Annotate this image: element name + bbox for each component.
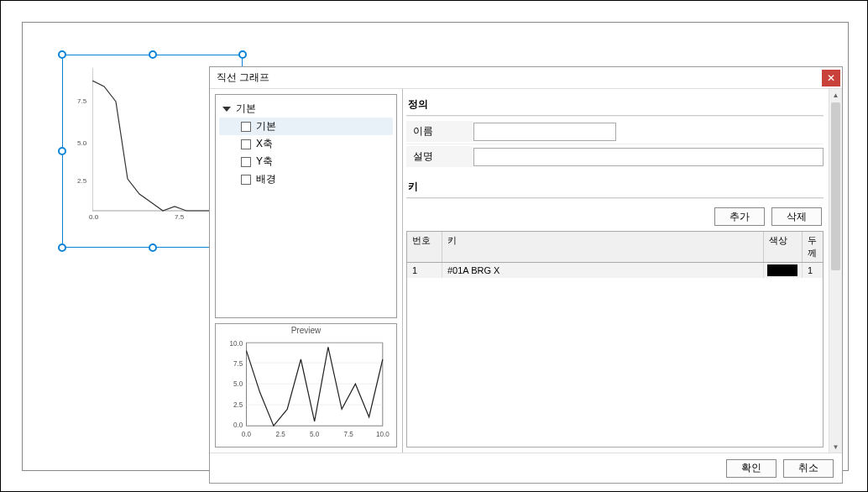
table-row[interactable]: 1 #01A BRG X 1 (407, 263, 823, 278)
tree-item-xaxis[interactable]: X축 (219, 135, 393, 153)
caret-down-icon (222, 107, 231, 112)
svg-text:0.0: 0.0 (242, 431, 252, 438)
section-keys-header: 키 (406, 176, 824, 197)
delete-button[interactable]: 삭제 (771, 207, 822, 226)
col-header-thickness[interactable]: 두께 (803, 232, 823, 262)
key-table-body (407, 278, 823, 447)
bg-xtick: 7.5 (175, 213, 184, 221)
ok-button[interactable]: 확인 (726, 459, 776, 478)
tree-root-label: 기본 (236, 102, 256, 116)
right-content: 정의 이름 설명 키 추가 삭제 (406, 94, 824, 448)
checkbox-icon[interactable] (241, 139, 251, 149)
scroll-down-icon[interactable]: ▼ (829, 441, 842, 453)
bg-chart-plot: 7.5 5.0 2.5 0.0 7.5 (92, 68, 210, 223)
svg-text:7.5: 7.5 (233, 360, 243, 368)
resize-handle-tr[interactable] (238, 50, 247, 59)
resize-handle-tm[interactable] (149, 50, 157, 59)
line-graph-dialog: 직선 그래프 ✕ 기본 기본 (209, 66, 843, 484)
name-input[interactable] (473, 123, 616, 141)
col-header-key[interactable]: 키 (442, 232, 764, 262)
divider (406, 197, 824, 199)
desc-row: 설명 (406, 146, 824, 167)
scrollbar[interactable]: ▲ ▼ (829, 89, 842, 453)
resize-handle-tl[interactable] (58, 50, 66, 59)
dialog-footer: 확인 취소 (210, 453, 842, 483)
resize-handle-bl[interactable] (58, 243, 66, 252)
key-actions: 추가 삭제 (406, 202, 824, 231)
key-table-header: 번호 키 색상 두께 (407, 232, 823, 263)
close-button[interactable]: ✕ (822, 70, 840, 86)
tree-box: 기본 기본 X축 Y축 (215, 94, 397, 318)
key-table: 번호 키 색상 두께 1 #01A BRG X 1 (406, 231, 824, 448)
dialog-title: 직선 그래프 (217, 71, 269, 85)
dialog-body: 기본 기본 X축 Y축 (210, 89, 842, 453)
tree-item-label: 배경 (256, 172, 276, 186)
preview-chart: 10.0 7.5 5.0 2.5 0.0 0.0 2.5 5.0 7.5 10.… (221, 338, 391, 443)
col-header-no[interactable]: 번호 (407, 232, 442, 262)
resize-handle-bm[interactable] (149, 243, 157, 252)
cell-thickness: 1 (803, 263, 823, 278)
tree-item-basic[interactable]: 기본 (219, 118, 393, 135)
cell-key: #01A BRG X (442, 263, 764, 278)
preview-box: Preview 10.0 7.5 5.0 2.5 (215, 323, 397, 448)
tree-item-label: Y축 (256, 154, 273, 169)
svg-text:10.0: 10.0 (230, 340, 243, 348)
col-header-color[interactable]: 색상 (764, 232, 803, 262)
right-panel: 정의 이름 설명 키 추가 삭제 (403, 89, 842, 453)
close-icon: ✕ (827, 72, 835, 84)
svg-text:5.0: 5.0 (310, 431, 320, 438)
resize-handle-ml[interactable] (58, 147, 66, 155)
svg-text:7.5: 7.5 (344, 431, 354, 438)
add-button[interactable]: 추가 (714, 207, 765, 226)
section-definition-header: 정의 (406, 94, 824, 115)
name-row: 이름 (406, 121, 824, 142)
cancel-button[interactable]: 취소 (783, 459, 834, 478)
cell-color[interactable] (764, 263, 803, 278)
tree-root[interactable]: 기본 (219, 100, 393, 118)
tree-item-background[interactable]: 배경 (219, 170, 393, 188)
divider (406, 115, 824, 117)
bg-ytick: 2.5 (77, 177, 86, 185)
tree-item-yaxis[interactable]: Y축 (219, 153, 393, 170)
preview-title: Preview (216, 324, 396, 337)
tree-item-label: X축 (256, 137, 273, 151)
divider (406, 144, 824, 144)
svg-text:10.0: 10.0 (376, 431, 390, 438)
checkbox-icon[interactable] (241, 122, 251, 132)
left-panel: 기본 기본 X축 Y축 (210, 89, 403, 453)
bg-xtick: 0.0 (89, 213, 98, 221)
svg-rect-2 (246, 343, 382, 426)
desc-input[interactable] (473, 148, 824, 166)
svg-text:5.0: 5.0 (233, 380, 243, 388)
name-label: 이름 (406, 121, 473, 142)
svg-text:0.0: 0.0 (233, 421, 243, 429)
bg-ytick: 5.0 (77, 139, 86, 147)
checkbox-icon[interactable] (241, 175, 251, 185)
scroll-up-icon[interactable]: ▲ (829, 89, 842, 101)
svg-text:2.5: 2.5 (233, 401, 243, 409)
cell-no: 1 (407, 263, 442, 278)
dialog-titlebar[interactable]: 직선 그래프 ✕ (210, 67, 842, 89)
color-swatch (767, 264, 797, 276)
checkbox-icon[interactable] (241, 157, 251, 167)
bg-ytick: 7.5 (77, 97, 86, 105)
canvas-area: 7.5 5.0 2.5 0.0 7.5 직선 그래프 ✕ 기본 (22, 22, 849, 471)
tree-item-label: 기본 (256, 119, 276, 133)
scroll-thumb[interactable] (831, 102, 840, 270)
desc-label: 설명 (406, 146, 473, 167)
svg-text:2.5: 2.5 (275, 431, 285, 438)
